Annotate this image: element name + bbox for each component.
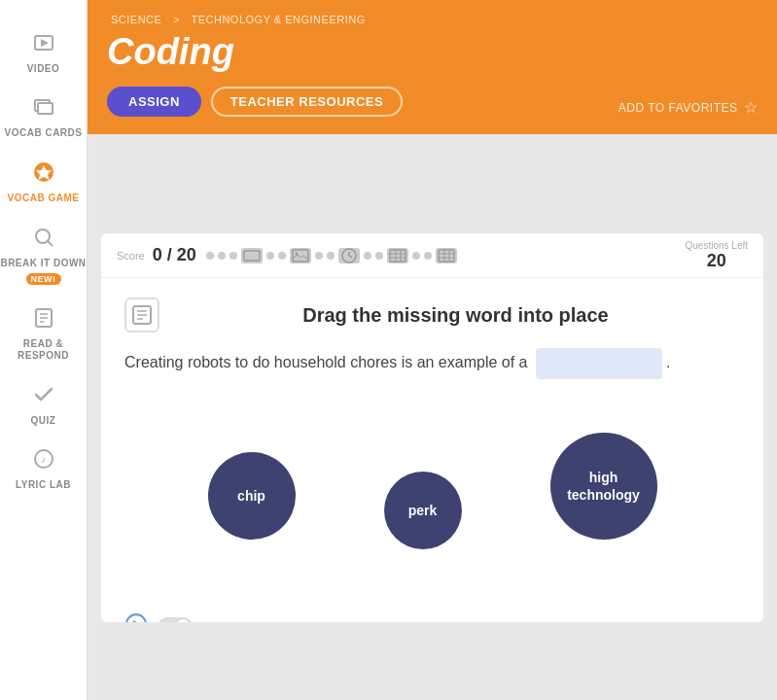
sidebar-item-break-it-down[interactable]: BREAK IT DOWN NEW! — [0, 214, 87, 295]
page-title: Coding — [107, 31, 758, 73]
audio-icon[interactable] — [124, 612, 148, 622]
svg-line-7 — [48, 241, 53, 246]
breadcrumb-tech: TECHNOLOGY & ENGINEERING — [191, 14, 365, 25]
drop-zone[interactable] — [536, 348, 662, 379]
toggle-knob — [175, 619, 191, 623]
sidebar-item-quiz[interactable]: QUIZ — [0, 371, 87, 436]
dot-4 — [266, 252, 274, 260]
sidebar-item-lyric-lab[interactable]: ♪ LYRIC LAB — [0, 436, 87, 501]
dot-1 — [206, 252, 214, 260]
sidebar-item-label: LYRIC LAB — [16, 479, 71, 491]
svg-rect-3 — [38, 103, 53, 114]
dot-table2 — [436, 248, 457, 263]
score-section: Score 0 / 20 — [117, 245, 196, 265]
breadcrumb-separator: > — [173, 14, 180, 25]
card-body: Drag the missing word into place Creatin… — [101, 278, 763, 622]
sidebar-item-label: VIDEO — [27, 63, 60, 74]
score-bar: Score 0 / 20 — [101, 233, 763, 278]
teacher-resources-button[interactable]: TEACHER RESOURCES — [211, 87, 403, 117]
breadcrumb: SCIENCE > TECHNOLOGY & ENGINEERING — [107, 14, 758, 25]
questions-left: Questions Left 20 — [686, 240, 748, 271]
drag-instruction: Drag the missing word into place — [171, 304, 740, 327]
bottom-controls — [124, 603, 740, 622]
dot-2 — [218, 252, 226, 260]
dot-clock — [338, 248, 360, 263]
dot-7 — [327, 252, 335, 260]
svg-marker-37 — [133, 620, 140, 622]
header: SCIENCE > TECHNOLOGY & ENGINEERING Codin… — [0, 0, 777, 134]
star-icon: ☆ — [744, 98, 759, 117]
word-bubble-high-technology[interactable]: high technology — [550, 433, 657, 540]
progress-dots — [206, 248, 676, 263]
question-text-content: Creating robots to do household chores i… — [124, 354, 527, 370]
dot-8 — [364, 252, 371, 260]
vocab-cards-icon — [32, 95, 55, 123]
svg-point-6 — [36, 229, 50, 243]
svg-point-36 — [126, 614, 146, 622]
question-text: Creating robots to do household chores i… — [124, 348, 740, 379]
svg-rect-14 — [244, 251, 260, 261]
svg-rect-22 — [390, 250, 406, 262]
word-bubble-perk[interactable]: perk — [384, 472, 462, 549]
dot-6 — [315, 252, 323, 260]
dot-tv — [241, 248, 263, 263]
sidebar-item-label: READ & RESPOND — [0, 338, 87, 362]
word-bubble-chip[interactable]: chip — [208, 452, 296, 540]
vocab-game-icon — [32, 160, 55, 189]
sidebar-item-read-respond[interactable]: READ & RESPOND — [0, 295, 87, 371]
main-area: Score 0 / 20 — [88, 117, 777, 700]
svg-rect-17 — [293, 250, 308, 262]
score-label: Score — [117, 250, 145, 262]
dot-11 — [424, 252, 432, 260]
dot-9 — [375, 252, 383, 260]
sidebar-item-label: VOCAB CARDS — [5, 127, 83, 139]
svg-rect-27 — [439, 250, 454, 262]
add-favorites-label: ADD TO FAVORITES — [618, 101, 738, 115]
add-favorites-button[interactable]: ADD TO FAVORITES ☆ — [618, 98, 758, 117]
sidebar-item-label: VOCAB GAME — [8, 192, 80, 204]
sidebar-item-label: QUIZ — [31, 415, 56, 426]
dot-10 — [412, 252, 420, 260]
audio-toggle[interactable] — [158, 617, 193, 623]
sidebar-item-vocab-game[interactable]: VOCAB GAME — [0, 149, 87, 214]
dot-3 — [230, 252, 237, 260]
sidebar-item-label: BREAK IT DOWN — [0, 258, 86, 269]
questions-left-label: Questions Left — [686, 240, 748, 251]
break-it-down-icon — [32, 226, 55, 254]
breadcrumb-science: SCIENCE — [111, 14, 161, 25]
card-icon — [124, 298, 159, 332]
svg-marker-1 — [41, 39, 49, 47]
svg-text:♪: ♪ — [41, 454, 47, 465]
new-badge: NEW! — [26, 273, 61, 285]
bubbles-container: chip perk high technology — [124, 418, 740, 574]
quiz-icon — [32, 383, 55, 411]
svg-line-21 — [349, 256, 352, 258]
instruction-row: Drag the missing word into place — [124, 298, 740, 332]
sidebar-item-video[interactable]: VIDEO — [0, 19, 87, 84]
questions-left-value: 20 — [707, 251, 726, 271]
dot-5 — [278, 252, 286, 260]
dot-img — [290, 248, 311, 263]
content-card: Score 0 / 20 — [101, 233, 763, 622]
dot-table — [387, 248, 408, 263]
lyric-lab-icon: ♪ — [32, 447, 55, 475]
assign-button[interactable]: ASSIGN — [107, 87, 201, 117]
sidebar: VIDEO VOCAB CARDS VOCAB GAME BREAK IT DO… — [0, 0, 88, 700]
video-icon — [32, 31, 55, 59]
sidebar-item-vocab-cards[interactable]: VOCAB CARDS — [0, 84, 87, 149]
score-value: 0 / 20 — [153, 245, 196, 265]
read-respond-icon — [32, 306, 55, 334]
